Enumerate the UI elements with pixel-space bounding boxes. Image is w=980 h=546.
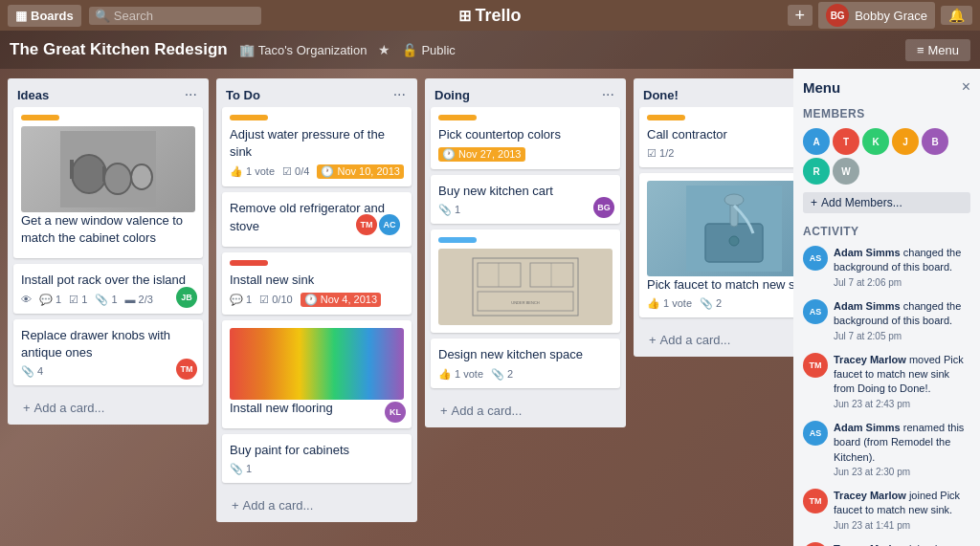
list-title: Doing — [434, 88, 470, 102]
list-cards: Pick countertop colors🕐 Nov 27, 2013Buy … — [425, 107, 626, 394]
activity-avatar: AS — [803, 299, 828, 324]
add-card-button[interactable]: + Add a card... — [222, 492, 412, 518]
card-image — [21, 126, 195, 212]
card-label — [647, 115, 685, 120]
add-icon: + — [649, 333, 657, 347]
activity-item: TMTracey Marlow moved Pick faucet to mat… — [803, 353, 970, 411]
due-date-meta: 🕐 Nov 27, 2013 — [438, 147, 525, 162]
list-cards: Adjust water pressure of the sink👍 1 vot… — [216, 107, 417, 489]
svg-rect-2 — [70, 160, 74, 179]
board-title[interactable]: The Great Kitchen Redesign — [10, 40, 228, 59]
panel-title: Menu — [803, 79, 840, 96]
comment-meta: 💬 1 — [39, 294, 61, 306]
list-header: Doing··· — [425, 78, 626, 107]
vote-meta: 👍 1 vote — [438, 368, 483, 381]
panel-close-button[interactable]: × — [962, 78, 970, 96]
vote-meta: 👍 1 vote — [230, 165, 275, 178]
checklist-meta: ☑ 0/10 — [259, 294, 292, 306]
app-logo: ⊞ Trello — [458, 6, 521, 26]
card-meta: 👍 1 vote📎 2 — [438, 368, 612, 381]
member-avatar[interactable]: A — [803, 128, 830, 155]
boards-button[interactable]: ▦ Boards — [8, 5, 81, 27]
members-section-title: Members — [803, 107, 970, 120]
list-menu-button[interactable]: ··· — [600, 86, 616, 103]
add-members-label: Add Members... — [821, 196, 902, 209]
user-name: Bobby Grace — [855, 9, 927, 23]
search-input[interactable] — [114, 9, 257, 23]
member-avatar[interactable]: R — [803, 158, 830, 185]
boards-label: Boards — [31, 9, 74, 23]
list-menu-button[interactable]: ··· — [183, 86, 199, 103]
member-avatar[interactable]: W — [833, 158, 859, 185]
card[interactable]: Install new sink💬 1☑ 0/10🕐 Nov 4, 2013 — [222, 252, 412, 315]
list-title: Done! — [643, 88, 679, 102]
card[interactable]: UNDER BENCH — [431, 229, 620, 333]
progress-meta: ▬ 2/3 — [125, 294, 153, 305]
card[interactable]: Install new flooringKL — [222, 320, 412, 428]
members-row: ATKJBRW — [803, 128, 970, 185]
add-card-button[interactable]: + Add a card... — [13, 395, 203, 421]
due-date-meta: 🕐 Nov 10, 2013 — [317, 164, 404, 179]
user-menu[interactable]: BG Bobby Grace — [818, 2, 935, 29]
activity-item: TMTracey Marlow joined Pick faucet to ma… — [803, 489, 970, 533]
activity-item: TMTracey Marlow joined Remove old refrig… — [803, 542, 970, 546]
list-title: To Do — [226, 88, 260, 102]
checklist-meta: ☑ 1 — [69, 294, 87, 306]
attachment-meta: 📎 1 — [438, 204, 460, 216]
card[interactable]: Buy new kitchen cart📎 1BG — [431, 175, 620, 224]
list-menu-button[interactable]: ··· — [391, 86, 408, 103]
add-icon: + — [23, 401, 31, 415]
add-members-button[interactable]: + Add Members... — [803, 192, 970, 213]
add-button[interactable]: + — [788, 5, 813, 26]
card-title: Buy new kitchen cart — [438, 183, 612, 200]
app-header: ▦ Boards 🔍 ⊞ Trello + BG Bobby Grace 🔔 — [0, 0, 980, 31]
list-ideas: Ideas··· Get a new window valence to mat… — [8, 78, 209, 425]
card[interactable]: Get a new window valence to match the ca… — [13, 107, 203, 258]
card-meta: 👍 1 vote☑ 0/4🕐 Nov 10, 2013 — [230, 164, 404, 179]
card[interactable]: Remove old refrigerator and stoveTMAC — [222, 192, 412, 246]
activity-avatar: AS — [803, 421, 828, 446]
card-meta: 👁💬 1☑ 1📎 1▬ 2/3 — [21, 294, 195, 306]
activity-avatar: TM — [803, 542, 828, 546]
card-meta: 📎 1 — [438, 204, 612, 216]
card-title: Buy paint for cabinets — [230, 442, 404, 459]
activity-list: ASAdam Simms changed the background of t… — [803, 246, 970, 546]
add-card-button[interactable]: + Add a card... — [431, 398, 620, 424]
card-label — [438, 237, 477, 243]
visibility-label: Public — [421, 43, 455, 57]
star-button[interactable]: ★ — [378, 42, 390, 57]
checklist-meta: ☑ 0/4 — [282, 165, 309, 178]
right-panel: Menu × Members ATKJBRW + Add Members... … — [793, 69, 980, 546]
member-avatar[interactable]: T — [833, 128, 859, 155]
card[interactable]: Install pot rack over the island👁💬 1☑ 1📎… — [13, 264, 203, 313]
card[interactable]: Adjust water pressure of the sink👍 1 vot… — [222, 107, 412, 186]
attachment-meta: 📎 2 — [491, 368, 513, 381]
member-avatar[interactable]: J — [892, 128, 919, 155]
board-org[interactable]: 🏢 Taco's Organization — [239, 43, 368, 57]
card[interactable]: Pick countertop colors🕐 Nov 27, 2013 — [431, 107, 620, 169]
list-title: Ideas — [17, 88, 49, 102]
activity-text: Tracey Marlow joined Pick faucet to matc… — [834, 489, 970, 533]
card-avatar: TM — [176, 359, 197, 380]
list-cards: Get a new window valence to match the ca… — [8, 107, 209, 391]
search-container: 🔍 — [89, 7, 261, 25]
avatar: BG — [826, 4, 849, 27]
member-avatar[interactable]: K — [862, 128, 889, 155]
visibility-toggle[interactable]: 🔓 Public — [402, 43, 455, 57]
card-avatar: TM — [356, 214, 377, 235]
svg-point-5 — [131, 164, 152, 189]
member-avatar[interactable]: B — [922, 128, 948, 155]
svg-rect-4 — [102, 166, 105, 182]
card[interactable]: Replace drawer knobs with antique ones📎 … — [13, 319, 203, 385]
org-name: Taco's Organization — [258, 43, 368, 57]
header-right: + BG Bobby Grace 🔔 — [788, 2, 972, 29]
svg-point-18 — [729, 236, 739, 246]
card[interactable]: Design new kitchen space👍 1 vote📎 2 — [431, 339, 620, 387]
card[interactable]: Buy paint for cabinets📎 1 — [222, 434, 412, 483]
notifications-button[interactable]: 🔔 — [941, 6, 972, 25]
menu-button[interactable]: ≡ Menu — [905, 39, 970, 61]
card-label — [438, 115, 477, 120]
card-title: Replace drawer knobs with antique ones — [21, 327, 195, 361]
card-title: Install new sink — [230, 272, 404, 289]
due-date-meta: 🕐 Nov 4, 2013 — [301, 293, 381, 307]
